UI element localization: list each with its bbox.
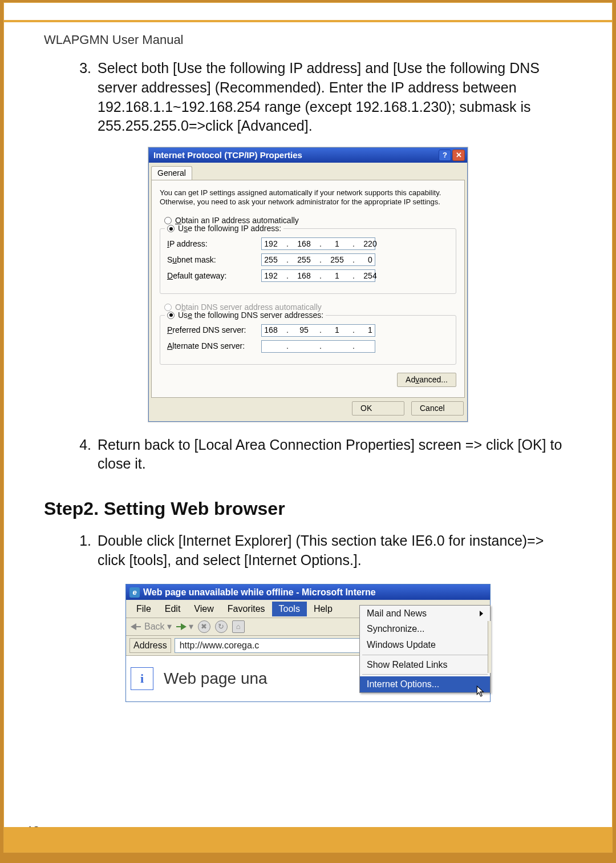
dd-internet-options[interactable]: Internet Options... xyxy=(360,676,490,692)
right-edge-hint xyxy=(488,621,491,673)
ip-fieldset: Use the following IP address: IP address… xyxy=(160,228,456,294)
dialog-titlebar: Internet Protocol (TCP/IP) Properties ? … xyxy=(149,148,467,163)
manual-page: WLAPGMN User Manual Select both [Use the… xyxy=(3,2,613,853)
tcpip-dialog-figure: Internet Protocol (TCP/IP) Properties ? … xyxy=(44,147,572,422)
intro-text: You can get IP settings assigned automat… xyxy=(160,188,456,206)
cancel-button[interactable]: Cancel xyxy=(411,401,464,416)
dialog-buttons: OK Cancel xyxy=(149,401,467,421)
content-heading: Web page una xyxy=(164,668,268,689)
adns-label: Alternate DNS server: xyxy=(167,341,261,352)
sm-row: Subnet mask: 255. 255. 255. 0 xyxy=(167,253,449,266)
step-3: Select both [Use the following IP addres… xyxy=(95,59,572,136)
gw-label: Default gateway: xyxy=(167,271,261,281)
s2-step-1-text: Double click [Internet Explorer] (This s… xyxy=(98,533,544,568)
dd-mail-and-news[interactable]: Mail and News xyxy=(360,606,490,622)
tab-general[interactable]: General xyxy=(151,166,192,180)
ip-input[interactable]: 192. 168. 1. 220 xyxy=(261,237,375,250)
tcpip-dialog: Internet Protocol (TCP/IP) Properties ? … xyxy=(148,147,468,422)
info-icon: i xyxy=(131,667,153,690)
radio-use-ip[interactable]: Use the following IP address: xyxy=(165,223,283,234)
step-4-text: Return back to [Local Area Connection Pr… xyxy=(98,437,562,472)
menu-file[interactable]: File xyxy=(129,602,158,616)
body: Select both [Use the following IP addres… xyxy=(44,59,572,702)
step-4: Return back to [Local Area Connection Pr… xyxy=(95,435,572,474)
ie-title: Web page unavailable while offline - Mic… xyxy=(143,586,376,599)
ok-button[interactable]: OK xyxy=(352,401,404,416)
radio-use-ip-label: Use the following IP address: xyxy=(178,223,281,234)
pdns-row: Preferred DNS server: 168. 95. 1. 1 xyxy=(167,324,449,337)
gw-row: Default gateway: 192. 168. 1. 254 xyxy=(167,269,449,282)
back-button[interactable]: Back ▾ xyxy=(131,620,172,633)
radio-icon xyxy=(164,304,172,311)
pdns-input[interactable]: 168. 95. 1. 1 xyxy=(261,324,375,337)
advanced-button[interactable]: Advanced... xyxy=(397,373,456,387)
tools-menu-dropdown: Mail and News Synchronize... Windows Upd… xyxy=(359,605,491,693)
tabstrip: General xyxy=(149,163,467,180)
cursor-icon xyxy=(476,685,485,697)
close-icon[interactable]: ✕ xyxy=(452,150,465,161)
radio-use-dns[interactable]: Use the following DNS server addresses: xyxy=(165,310,326,321)
sm-input[interactable]: 255. 255. 255. 0 xyxy=(261,253,375,266)
section2-heading: Step2. Setting Web browser xyxy=(44,497,572,521)
menu-separator xyxy=(362,655,488,655)
doc-header: WLAPGMN User Manual xyxy=(44,33,572,47)
s2-step-1: Double click [Internet Explorer] (This s… xyxy=(95,531,572,570)
adns-row: Alternate DNS server: . . . xyxy=(167,340,449,353)
sm-label: Subnet mask: xyxy=(167,255,261,265)
step-3-text: Select both [Use the following IP addres… xyxy=(98,60,540,134)
forward-arrow-icon xyxy=(181,623,187,630)
radio-use-dns-label: Use the following DNS server addresses: xyxy=(178,310,323,321)
menu-help[interactable]: Help xyxy=(307,602,339,616)
ip-label: IP address: xyxy=(167,239,261,249)
ip-row: IP address: 192. 168. 1. 220 xyxy=(167,237,449,250)
dd-show-related[interactable]: Show Related Links xyxy=(360,657,490,673)
dialog-title: Internet Protocol (TCP/IP) Properties xyxy=(153,150,302,161)
menu-edit[interactable]: Edit xyxy=(158,602,188,616)
menu-favorites[interactable]: Favorites xyxy=(221,602,272,616)
top-rule xyxy=(4,20,612,22)
ie-figure: e Web page unavailable while offline - M… xyxy=(44,584,572,702)
adns-input[interactable]: . . . xyxy=(261,340,375,353)
stop-icon[interactable]: ✖ xyxy=(198,620,210,633)
tab-panel: You can get IP settings assigned automat… xyxy=(151,180,465,398)
bottom-band xyxy=(4,827,612,852)
dd-windows-update[interactable]: Windows Update xyxy=(360,637,490,653)
menu-view[interactable]: View xyxy=(187,602,220,616)
dd-synchronize[interactable]: Synchronize... xyxy=(360,621,490,637)
menu-tools[interactable]: Tools xyxy=(272,602,307,616)
radio-icon xyxy=(167,225,175,232)
radio-icon xyxy=(167,312,175,319)
dns-fieldset: Use the following DNS server addresses: … xyxy=(160,315,456,365)
forward-button[interactable]: ▾ xyxy=(176,620,193,633)
submenu-arrow-icon xyxy=(480,611,483,616)
gw-input[interactable]: 192. 168. 1. 254 xyxy=(261,269,375,282)
pdns-label: Preferred DNS server: xyxy=(167,325,261,336)
help-icon[interactable]: ? xyxy=(439,150,451,161)
menu-separator xyxy=(362,674,488,675)
ie-titlebar: e Web page unavailable while offline - M… xyxy=(126,584,490,600)
address-label: Address xyxy=(129,638,171,653)
ie-window: e Web page unavailable while offline - M… xyxy=(125,584,491,702)
home-icon[interactable]: ⌂ xyxy=(232,620,245,633)
refresh-icon[interactable]: ↻ xyxy=(215,620,228,633)
ie-logo-icon: e xyxy=(129,587,140,598)
